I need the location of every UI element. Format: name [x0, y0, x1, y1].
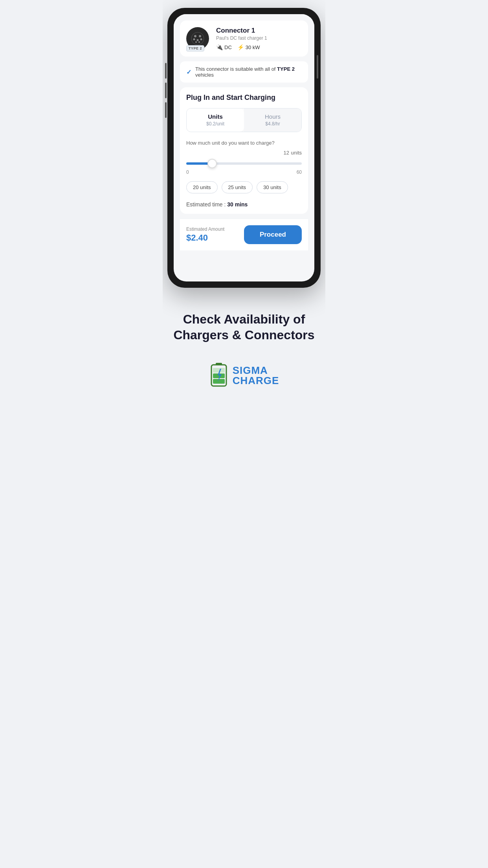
slider-min: 0 — [186, 169, 189, 175]
tab-selector[interactable]: Units $0.2/unit Hours $4.8/hr — [186, 108, 302, 132]
units-slider[interactable] — [186, 162, 302, 165]
section-title: Plug In and Start Charging — [186, 94, 302, 102]
connector-info: Connector 1 Paul's DC fast charger 1 🔌 D… — [216, 27, 302, 50]
power-label: 30 kW — [246, 44, 260, 50]
logo-text: SIGMA CHARGE — [233, 365, 279, 386]
logo-charge-text: CHARGE — [233, 375, 279, 386]
connector-specs: 🔌 DC ⚡ 30 kW — [216, 44, 302, 50]
svg-point-2 — [199, 35, 201, 37]
slider-value-row: 12 units — [186, 149, 302, 156]
svg-point-4 — [197, 39, 199, 41]
units-tab-price: $0.2/unit — [206, 121, 224, 127]
slider-max: 60 — [297, 169, 302, 175]
headline: Check Availability of Chargers & Connect… — [172, 311, 316, 343]
estimated-amount-block: Estimated Amount $2.40 — [186, 226, 224, 243]
headline-line1: Check Availability of — [183, 312, 305, 326]
type-badge: TYPE 2 — [186, 45, 204, 51]
slider-container[interactable] — [186, 159, 302, 166]
connector-svg-icon — [191, 31, 205, 46]
est-amount-label: Estimated Amount — [186, 226, 224, 232]
plug-icon: 🔌 — [216, 44, 223, 50]
charging-section: Plug In and Start Charging Units $0.2/un… — [180, 87, 308, 214]
hours-tab[interactable]: Hours $4.8/hr — [244, 108, 301, 132]
logo-sigma-text: SIGMA — [233, 365, 268, 375]
quick-20-units[interactable]: 20 units — [186, 181, 218, 193]
quick-30-units[interactable]: 30 units — [257, 181, 288, 193]
compat-prefix: This connector is suitable with all of — [195, 66, 275, 72]
svg-point-1 — [194, 35, 196, 37]
bottom-bar: Estimated Amount $2.40 Proceed — [180, 219, 308, 250]
svg-point-3 — [193, 39, 195, 40]
slider-number: 12 — [284, 150, 289, 156]
svg-point-0 — [191, 32, 204, 45]
phone-frame: TYPE 2 Connector 1 Paul's DC fast charge… — [167, 8, 321, 288]
screen-content: TYPE 2 Connector 1 Paul's DC fast charge… — [174, 14, 314, 257]
quick-25-units[interactable]: 25 units — [222, 181, 253, 193]
hours-tab-label: Hours — [249, 113, 297, 120]
connector-card: TYPE 2 Connector 1 Paul's DC fast charge… — [180, 20, 308, 57]
quick-select: 20 units 25 units 30 units — [186, 181, 302, 193]
dc-spec: 🔌 DC — [216, 44, 232, 50]
compat-type: TYPE 2 — [277, 66, 295, 72]
slider-minmax: 0 60 — [186, 169, 302, 175]
est-amount-value: $2.40 — [186, 233, 224, 243]
hours-tab-price: $4.8/hr — [265, 121, 280, 127]
slider-value-display: 12 units — [284, 149, 302, 156]
est-time: Estimated time : 30 mins — [186, 201, 302, 208]
compat-suffix-text: vehicles — [195, 72, 214, 78]
connector-icon-wrap: TYPE 2 — [186, 27, 211, 50]
charger-name: Paul's DC fast charger 1 — [216, 35, 302, 41]
svg-point-6 — [195, 41, 197, 43]
power-spec: ⚡ 30 kW — [237, 44, 260, 50]
dc-label: DC — [224, 44, 232, 50]
svg-point-7 — [198, 41, 200, 43]
proceed-button[interactable]: Proceed — [244, 225, 302, 244]
slider-question: How much unit do you want to charge? — [186, 140, 302, 146]
svg-rect-9 — [216, 363, 222, 365]
headline-line2: Chargers & Connectors — [173, 328, 314, 342]
slider-unit: units — [291, 150, 302, 156]
compat-notice: ✓ This connector is suitable with all of… — [180, 61, 308, 83]
check-icon: ✓ — [186, 68, 191, 76]
compat-text: This connector is suitable with all of T… — [195, 66, 302, 78]
svg-point-5 — [200, 39, 202, 40]
below-phone-section: Check Availability of Chargers & Connect… — [163, 296, 325, 400]
logo: SIGMA CHARGE — [172, 362, 316, 388]
est-time-value: 30 mins — [227, 201, 248, 208]
phone-screen: TYPE 2 Connector 1 Paul's DC fast charge… — [174, 14, 314, 281]
units-tab-label: Units — [191, 113, 239, 120]
units-tab[interactable]: Units $0.2/unit — [187, 108, 244, 132]
svg-rect-12 — [213, 368, 225, 373]
logo-battery-icon — [209, 362, 229, 388]
est-time-label: Estimated time : — [186, 201, 227, 208]
connector-name: Connector 1 — [216, 27, 302, 35]
power-icon: ⚡ — [237, 44, 244, 50]
